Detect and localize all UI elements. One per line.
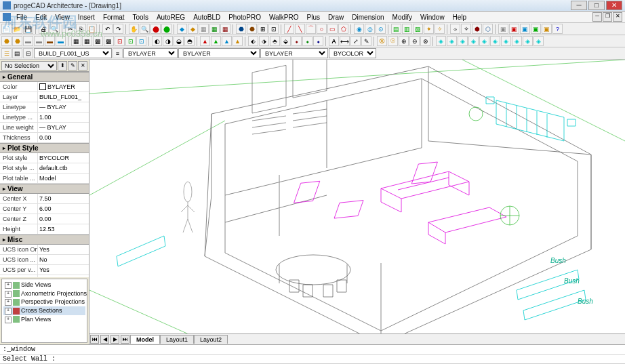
tool-icon[interactable]: ◈ — [490, 36, 500, 46]
prop-value[interactable]: BYLAYER — [37, 82, 89, 92]
tool-icon[interactable]: ⬣ — [236, 24, 246, 34]
prop-value[interactable]: 0.00 — [37, 214, 89, 224]
zoom-icon[interactable]: 🔍 — [140, 24, 150, 34]
tool-icon[interactable]: ▣ — [520, 24, 530, 34]
line-icon[interactable]: ╱ — [284, 24, 294, 34]
lineweight-combo[interactable]: BYLAYER — [260, 48, 328, 58]
tool-icon[interactable]: ▦ — [82, 36, 92, 46]
prop-value[interactable]: Yes — [37, 245, 89, 254]
prop-toggle-button[interactable]: ⬍ — [58, 61, 67, 70]
prop-value[interactable]: 0.00 — [37, 133, 89, 142]
tool-icon[interactable]: ✦ — [424, 24, 434, 34]
tool-icon[interactable]: ⬗ — [259, 36, 269, 46]
tool-icon[interactable]: ⟐ — [450, 24, 460, 34]
tool-icon[interactable]: ⦿ — [377, 36, 387, 46]
tool-icon[interactable]: ⊕ — [399, 36, 409, 46]
save-icon[interactable]: 💾 — [23, 24, 33, 34]
menu-autoreg[interactable]: AutoREG — [153, 13, 189, 22]
tool-icon[interactable]: ✧ — [435, 24, 445, 34]
color-combo[interactable]: BYLAYER — [123, 48, 178, 58]
prop-row[interactable]: Center Z0.00 — [0, 214, 89, 224]
tree-item[interactable]: Axonometric Projections — [3, 289, 85, 298]
tool-icon[interactable]: ⬙ — [281, 36, 291, 46]
menu-autobld[interactable]: AutoBLD — [189, 13, 224, 22]
prop-value[interactable]: BYCOLOR — [37, 153, 89, 163]
tool-icon[interactable]: ⊙ — [376, 24, 386, 34]
dim-icon[interactable]: ⟷ — [340, 36, 350, 46]
prop-row[interactable]: UCS per v...Yes — [0, 265, 89, 275]
tool-icon[interactable]: ◆ — [177, 24, 187, 34]
layout-tab[interactable]: Layout1 — [160, 335, 194, 344]
tool-icon[interactable]: ⬤ — [161, 24, 172, 34]
tool-icon[interactable]: ▩ — [93, 36, 103, 46]
tool-icon[interactable]: ◈ — [447, 36, 457, 46]
drawing-canvas[interactable]: BushBushBush — [89, 60, 625, 333]
menu-plus[interactable]: Plus — [303, 13, 324, 22]
paste-icon[interactable]: 📋 — [87, 24, 97, 34]
tool-icon[interactable]: ⊞ — [258, 24, 268, 34]
tool-icon[interactable]: ▲ — [233, 36, 243, 46]
tool-icon[interactable]: ⊗ — [420, 36, 430, 46]
tool-icon[interactable]: ▤ — [391, 24, 401, 34]
tool-icon[interactable]: ▩ — [104, 36, 114, 46]
tool-icon[interactable]: ⊖ — [409, 36, 420, 46]
tool-icon[interactable]: ◒ — [174, 36, 184, 46]
prop-row[interactable]: Plot style ...default.ctb — [0, 163, 89, 174]
prop-row[interactable]: UCS icon ...No — [0, 255, 89, 265]
prop-row[interactable]: ColorBYLAYER — [0, 82, 89, 92]
tool-icon[interactable]: ▲ — [200, 36, 210, 46]
prop-value[interactable]: — BYLAY — [37, 102, 89, 112]
tool-icon[interactable]: ⬣ — [247, 24, 257, 34]
tool-icon[interactable]: ◓ — [184, 36, 195, 46]
tool-icon[interactable]: ⊡ — [125, 36, 136, 46]
selection-combo[interactable]: No Selection — [1, 61, 57, 70]
prop-group-view[interactable]: View — [0, 184, 89, 194]
prop-value[interactable]: 7.50 — [37, 194, 89, 203]
menu-dimension[interactable]: Dimension — [348, 13, 388, 22]
tool-icon[interactable]: ⬣ — [12, 36, 22, 46]
tree-item[interactable]: Plan Views — [3, 315, 85, 324]
wall-icon[interactable]: ▬ — [23, 36, 33, 46]
tool-icon[interactable]: ⬥ — [302, 36, 312, 46]
prop-group-general[interactable]: General — [0, 72, 89, 82]
prop-value[interactable] — [37, 275, 89, 277]
drawing-area[interactable]: BushBushBush ⏮ ◀ ▶ ⏭ ModelLayout1Layout2 — [89, 60, 625, 344]
tool-icon[interactable]: ⟡ — [461, 24, 471, 34]
linetype-combo[interactable]: BYLAYER — [178, 48, 260, 58]
prop-value[interactable]: 1.00 — [37, 113, 89, 122]
layout-tab[interactable]: Model — [130, 335, 160, 344]
mdi-minimize-button[interactable]: ─ — [592, 12, 602, 22]
tool-icon[interactable]: ▦ — [71, 36, 81, 46]
dim-icon[interactable]: ⤢ — [350, 36, 361, 46]
tool-icon[interactable]: ▣ — [498, 24, 508, 34]
tool-icon[interactable]: ⊡ — [115, 36, 125, 46]
prop-row[interactable]: Linetype ...1.00 — [0, 113, 89, 123]
tool-icon[interactable]: ▦ — [209, 24, 220, 34]
menu-format[interactable]: Format — [99, 13, 129, 22]
prop-row[interactable]: Line weight— BYLAY — [0, 123, 89, 133]
command-prompt[interactable]: Select Wall : — [0, 355, 625, 364]
tool-icon[interactable]: ◈ — [436, 36, 446, 46]
tab-first-button[interactable]: ⏮ — [90, 335, 99, 344]
layout-tab[interactable]: Layout2 — [194, 335, 228, 344]
tool-icon[interactable]: ⊡ — [136, 36, 146, 46]
text-icon[interactable]: A — [329, 36, 339, 46]
menu-file[interactable]: File — [12, 13, 31, 22]
new-icon[interactable]: 📄 — [1, 24, 12, 34]
minimize-button[interactable]: ─ — [571, 1, 587, 10]
tool-icon[interactable]: ▣ — [509, 24, 519, 34]
copy-icon[interactable]: ⎘ — [76, 24, 86, 34]
prop-row[interactable]: Plot styleBYCOLOR — [0, 153, 89, 163]
layer-icon[interactable]: ☰ — [1, 48, 12, 58]
prop-pick-button[interactable]: ✎ — [68, 61, 77, 70]
prop-row[interactable]: Center Y6.00 — [0, 204, 89, 214]
tool-icon[interactable]: ◈ — [468, 36, 479, 46]
tool-icon[interactable]: ◈ — [479, 36, 489, 46]
prop-group-misc[interactable]: Misc — [0, 235, 89, 245]
prop-row[interactable]: Plot table ...Model — [0, 174, 89, 184]
redo-icon[interactable]: ↷ — [113, 24, 123, 34]
menu-insert[interactable]: Insert — [74, 13, 99, 22]
tab-prev-button[interactable]: ◀ — [100, 335, 109, 344]
prop-value[interactable]: — BYLAY — [37, 123, 89, 132]
prop-value[interactable]: No — [37, 255, 89, 264]
